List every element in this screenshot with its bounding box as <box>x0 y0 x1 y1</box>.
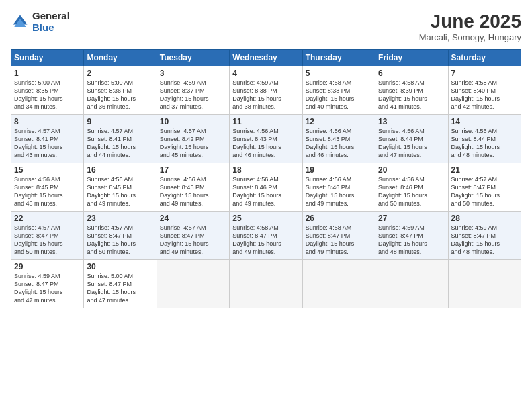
logo-general: General <box>32 11 70 22</box>
day-info: Sunrise: 4:58 AM Sunset: 8:38 PM Dayligh… <box>306 79 372 111</box>
day-number: 2 <box>87 68 153 78</box>
day-info: Sunrise: 4:56 AM Sunset: 8:46 PM Dayligh… <box>378 175 445 208</box>
day-info: Sunrise: 4:56 AM Sunset: 8:46 PM Dayligh… <box>232 175 299 208</box>
day-number: 11 <box>232 117 299 126</box>
day-number: 6 <box>378 68 445 78</box>
day-info: Sunrise: 4:56 AM Sunset: 8:46 PM Dayligh… <box>306 175 372 208</box>
week-row-0: 1Sunrise: 5:00 AM Sunset: 8:35 PM Daylig… <box>11 66 521 115</box>
day-info: Sunrise: 4:58 AM Sunset: 8:47 PM Dayligh… <box>306 224 372 257</box>
day-number: 15 <box>14 165 81 175</box>
day-number: 25 <box>232 214 299 223</box>
col-wednesday: Wednesday <box>230 50 302 66</box>
day-number: 16 <box>87 165 153 175</box>
calendar-cell <box>302 260 375 308</box>
calendar-cell: 7Sunrise: 4:58 AM Sunset: 8:40 PM Daylig… <box>448 66 521 115</box>
col-tuesday: Tuesday <box>157 50 229 66</box>
calendar-cell: 23Sunrise: 4:57 AM Sunset: 8:47 PM Dayli… <box>84 212 157 260</box>
calendar-cell <box>157 260 229 308</box>
calendar-cell: 6Sunrise: 4:58 AM Sunset: 8:39 PM Daylig… <box>375 66 448 115</box>
day-number: 5 <box>306 68 372 78</box>
day-number: 18 <box>232 165 299 175</box>
calendar-cell <box>375 260 448 308</box>
day-info: Sunrise: 4:58 AM Sunset: 8:40 PM Dayligh… <box>451 79 518 111</box>
calendar-cell: 17Sunrise: 4:56 AM Sunset: 8:45 PM Dayli… <box>157 163 229 212</box>
calendar-cell: 21Sunrise: 4:57 AM Sunset: 8:47 PM Dayli… <box>448 163 521 212</box>
calendar-cell: 26Sunrise: 4:58 AM Sunset: 8:47 PM Dayli… <box>302 212 375 260</box>
day-number: 13 <box>378 117 445 126</box>
day-number: 7 <box>451 68 518 78</box>
day-info: Sunrise: 4:57 AM Sunset: 8:41 PM Dayligh… <box>87 127 153 160</box>
col-sunday: Sunday <box>11 50 84 66</box>
day-number: 3 <box>160 68 226 78</box>
calendar-cell: 27Sunrise: 4:59 AM Sunset: 8:47 PM Dayli… <box>375 212 448 260</box>
day-number: 12 <box>306 117 372 126</box>
day-number: 28 <box>451 214 518 223</box>
day-info: Sunrise: 4:57 AM Sunset: 8:47 PM Dayligh… <box>14 224 81 257</box>
day-number: 4 <box>232 68 299 78</box>
calendar-cell: 11Sunrise: 4:56 AM Sunset: 8:43 PM Dayli… <box>230 115 302 163</box>
day-info: Sunrise: 4:59 AM Sunset: 8:47 PM Dayligh… <box>14 272 81 305</box>
title-block: June 2025 Marcali, Somogy, Hungary <box>419 11 521 42</box>
day-number: 29 <box>14 262 81 271</box>
calendar-cell: 22Sunrise: 4:57 AM Sunset: 8:47 PM Dayli… <box>11 212 84 260</box>
calendar-cell: 3Sunrise: 4:59 AM Sunset: 8:37 PM Daylig… <box>157 66 229 115</box>
day-info: Sunrise: 4:59 AM Sunset: 8:37 PM Dayligh… <box>160 79 226 111</box>
day-number: 8 <box>14 117 81 126</box>
day-number: 27 <box>378 214 445 223</box>
day-info: Sunrise: 4:59 AM Sunset: 8:38 PM Dayligh… <box>232 79 299 111</box>
col-monday: Monday <box>84 50 157 66</box>
col-thursday: Thursday <box>302 50 375 66</box>
day-number: 14 <box>451 117 518 126</box>
day-number: 17 <box>160 165 226 175</box>
day-info: Sunrise: 4:57 AM Sunset: 8:47 PM Dayligh… <box>451 175 518 208</box>
calendar-cell: 10Sunrise: 4:57 AM Sunset: 8:42 PM Dayli… <box>157 115 229 163</box>
day-number: 30 <box>87 262 153 271</box>
logo-icon <box>11 13 30 32</box>
calendar-cell: 4Sunrise: 4:59 AM Sunset: 8:38 PM Daylig… <box>230 66 302 115</box>
day-info: Sunrise: 5:00 AM Sunset: 8:47 PM Dayligh… <box>87 272 153 305</box>
calendar-cell: 16Sunrise: 4:56 AM Sunset: 8:45 PM Dayli… <box>84 163 157 212</box>
day-info: Sunrise: 4:59 AM Sunset: 8:47 PM Dayligh… <box>378 224 445 257</box>
day-info: Sunrise: 4:57 AM Sunset: 8:47 PM Dayligh… <box>87 224 153 257</box>
day-info: Sunrise: 4:58 AM Sunset: 8:47 PM Dayligh… <box>232 224 299 257</box>
day-number: 19 <box>306 165 372 175</box>
day-number: 9 <box>87 117 153 126</box>
calendar-cell: 15Sunrise: 4:56 AM Sunset: 8:45 PM Dayli… <box>11 163 84 212</box>
day-info: Sunrise: 5:00 AM Sunset: 8:36 PM Dayligh… <box>87 79 153 111</box>
day-number: 22 <box>14 214 81 223</box>
day-info: Sunrise: 4:57 AM Sunset: 8:42 PM Dayligh… <box>160 127 226 160</box>
week-row-1: 8Sunrise: 4:57 AM Sunset: 8:41 PM Daylig… <box>11 115 521 163</box>
day-info: Sunrise: 4:57 AM Sunset: 8:41 PM Dayligh… <box>14 127 81 160</box>
day-info: Sunrise: 4:58 AM Sunset: 8:39 PM Dayligh… <box>378 79 445 111</box>
col-friday: Friday <box>375 50 448 66</box>
calendar-cell: 14Sunrise: 4:56 AM Sunset: 8:44 PM Dayli… <box>448 115 521 163</box>
calendar-cell: 24Sunrise: 4:57 AM Sunset: 8:47 PM Dayli… <box>157 212 229 260</box>
week-row-2: 15Sunrise: 4:56 AM Sunset: 8:45 PM Dayli… <box>11 163 521 212</box>
calendar-cell: 2Sunrise: 5:00 AM Sunset: 8:36 PM Daylig… <box>84 66 157 115</box>
day-info: Sunrise: 4:56 AM Sunset: 8:45 PM Dayligh… <box>87 175 153 208</box>
day-info: Sunrise: 5:00 AM Sunset: 8:35 PM Dayligh… <box>14 79 81 111</box>
day-info: Sunrise: 4:56 AM Sunset: 8:45 PM Dayligh… <box>160 175 226 208</box>
calendar-cell: 18Sunrise: 4:56 AM Sunset: 8:46 PM Dayli… <box>230 163 302 212</box>
calendar-cell: 19Sunrise: 4:56 AM Sunset: 8:46 PM Dayli… <box>302 163 375 212</box>
day-number: 23 <box>87 214 153 223</box>
calendar-table: Sunday Monday Tuesday Wednesday Thursday… <box>11 49 521 308</box>
day-info: Sunrise: 4:56 AM Sunset: 8:44 PM Dayligh… <box>378 127 445 160</box>
day-number: 21 <box>451 165 518 175</box>
calendar-cell: 12Sunrise: 4:56 AM Sunset: 8:43 PM Dayli… <box>302 115 375 163</box>
col-saturday: Saturday <box>448 50 521 66</box>
day-info: Sunrise: 4:57 AM Sunset: 8:47 PM Dayligh… <box>160 224 226 257</box>
calendar-cell: 20Sunrise: 4:56 AM Sunset: 8:46 PM Dayli… <box>375 163 448 212</box>
calendar-cell <box>448 260 521 308</box>
logo: General Blue <box>11 11 70 33</box>
week-row-3: 22Sunrise: 4:57 AM Sunset: 8:47 PM Dayli… <box>11 212 521 260</box>
day-number: 10 <box>160 117 226 126</box>
logo-blue: Blue <box>32 22 70 34</box>
week-row-4: 29Sunrise: 4:59 AM Sunset: 8:47 PM Dayli… <box>11 260 521 308</box>
day-number: 20 <box>378 165 445 175</box>
calendar-cell: 28Sunrise: 4:59 AM Sunset: 8:47 PM Dayli… <box>448 212 521 260</box>
main-title: June 2025 <box>419 11 521 32</box>
calendar-cell <box>230 260 302 308</box>
subtitle: Marcali, Somogy, Hungary <box>419 32 521 42</box>
logo-text: General Blue <box>32 11 70 33</box>
